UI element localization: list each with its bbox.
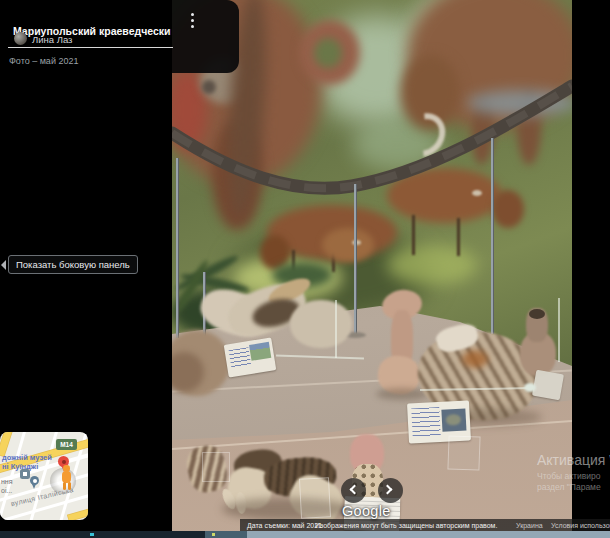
next-photo-button[interactable] <box>378 478 403 503</box>
tusk-support-rod <box>354 184 356 336</box>
side-panel-tooltip[interactable]: Показать боковую панель <box>8 255 138 274</box>
chevron-left-icon[interactable] <box>1 260 6 270</box>
taskbar-dot <box>212 533 215 536</box>
avatar[interactable] <box>14 32 27 45</box>
poi-pin-icon[interactable] <box>30 476 39 485</box>
tusk-support-rod <box>491 138 493 334</box>
minimap[interactable]: М14 дожній музей ні Куїнджі ння оі... ву… <box>0 432 88 520</box>
kebab-menu-icon[interactable] <box>191 13 194 31</box>
tusk-support-rod <box>176 158 178 338</box>
exhibit-info-card <box>532 370 564 400</box>
windows-activation-watermark: Активация W Чтобы активиро раздел "Парам… <box>537 452 610 492</box>
copyright-notice: Изображения могут быть защищены авторски… <box>315 522 497 529</box>
taskbar-dot <box>90 533 94 536</box>
terms-link[interactable]: Условия использования <box>551 522 610 529</box>
google-watermark: Google <box>342 503 391 519</box>
street-view-photo[interactable] <box>172 0 572 532</box>
map-label: оі... <box>1 487 12 495</box>
photo-date-label: Фото – май 2021 <box>9 56 78 66</box>
map-label: ння <box>1 478 13 486</box>
prev-photo-button[interactable] <box>341 478 366 503</box>
divider <box>8 47 173 48</box>
taskbar-strip[interactable] <box>0 531 610 538</box>
region-label: Украина <box>516 522 543 529</box>
museum-poi-icon[interactable] <box>20 469 30 479</box>
chevron-left-icon <box>350 485 360 495</box>
photo-header-card <box>172 0 239 73</box>
pegman-icon[interactable] <box>59 465 73 491</box>
route-badge: М14 <box>56 439 77 450</box>
photo-viewer-window: Мариупольский краеведческий му… Лина Лаз… <box>0 0 610 538</box>
capture-date-label: Дата съемки: май 2021 <box>247 522 322 529</box>
author-name[interactable]: Лина Лаз <box>32 34 72 45</box>
chevron-right-icon <box>383 485 393 495</box>
